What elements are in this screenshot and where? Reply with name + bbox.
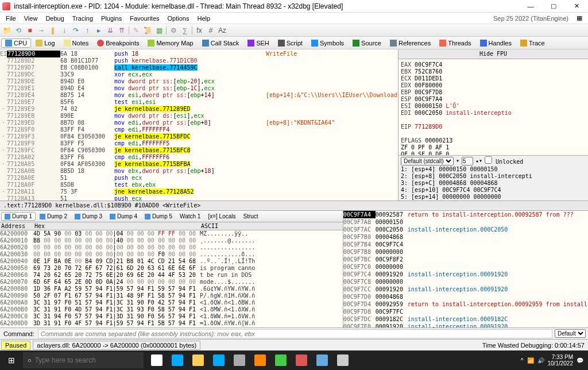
dump-tab-0[interactable]: Dump 1	[1, 212, 36, 221]
menu-help[interactable]: Help	[194, 14, 214, 23]
trace-into-icon[interactable]: ⇊	[106, 26, 115, 35]
stack-panel[interactable]: 00C9F7A400092587return to install-interc…	[343, 211, 588, 327]
tab-notes[interactable]: Notes	[60, 38, 93, 48]
taskbar-search[interactable]: ○	[23, 352, 144, 368]
main-toolbar: 📁⟲■→‖↓↷↑▸⇊⇈✎📜▦⚙∑fx#Az	[0, 24, 588, 37]
status-paused: Paused	[1, 341, 30, 350]
engine-date: Sep 25 2022 (TitanEngine)	[490, 14, 572, 23]
memory-icon[interactable]: ▦	[154, 26, 164, 35]
app-icon	[2, 2, 10, 10]
tab-references[interactable]: References	[386, 38, 435, 48]
task-view-icon[interactable]	[147, 350, 167, 370]
registers-panel[interactable]: Hide FPU EAX 00C9F7C4EBX 752C8760 ECX D0…	[399, 49, 588, 201]
tab-seh[interactable]: SEH	[243, 38, 273, 48]
menu-plugins[interactable]: Plugins	[98, 14, 125, 23]
script-icon[interactable]: 📜	[143, 26, 152, 35]
store-icon[interactable]	[209, 350, 229, 370]
firefox-icon[interactable]	[250, 350, 270, 370]
tab-script[interactable]: Script	[274, 38, 307, 48]
dump-tab-2[interactable]: Dump 3	[71, 212, 106, 221]
dump-panel[interactable]: Dump 1Dump 2Dump 3Dump 4Dump 5Watch 1[x=…	[0, 211, 343, 327]
tab-symbols[interactable]: Symbols	[307, 38, 348, 48]
taskbar-search-input[interactable]	[35, 356, 139, 364]
tab-breakpoints[interactable]: Breakpoints	[93, 38, 143, 48]
disassembly-panel[interactable]: EIP771289D0771289D2771289D7771289DC77128…	[0, 49, 399, 201]
start-button[interactable]: ⊞	[0, 350, 23, 370]
settings-icon[interactable]: ⚙	[169, 26, 178, 35]
menu-tracing[interactable]: Tracing	[69, 14, 96, 23]
pause-icon[interactable]: ‖	[48, 26, 57, 35]
maximize-button[interactable]: ▢	[544, 1, 563, 11]
dump-tab-3[interactable]: Dump 4	[106, 212, 141, 221]
status-bar: Paused aclayers.dll: 6A200000 -> 6A20000…	[0, 339, 588, 350]
step-over-icon[interactable]: ↷	[71, 26, 80, 35]
trace-over-icon[interactable]: ⇈	[117, 26, 126, 35]
edge-icon[interactable]	[168, 350, 187, 370]
tab-memory-map[interactable]: Memory Map	[144, 38, 197, 48]
menu-bar: FileViewDebugTracingPluginsFavouritesOpt…	[0, 13, 588, 24]
notes-icon[interactable]: ✎	[131, 26, 141, 35]
dump-tab-5[interactable]: Watch 1	[176, 212, 204, 221]
close-button[interactable]: ✕	[567, 1, 586, 11]
menu-view[interactable]: View	[21, 14, 41, 23]
step-out-icon[interactable]: ↑	[83, 26, 92, 35]
app2-icon[interactable]	[333, 350, 353, 370]
menu-debug[interactable]: Debug	[42, 14, 67, 23]
command-mode-select[interactable]: Default	[555, 329, 586, 338]
restart-icon[interactable]: ⟲	[14, 26, 23, 35]
minimize-button[interactable]: —	[521, 1, 540, 11]
help-icon[interactable]: ▦	[573, 14, 586, 22]
dump-tab-4[interactable]: Dump 5	[141, 212, 176, 221]
tray-network-icon[interactable]: 📶	[527, 357, 534, 364]
taskbar-clock[interactable]: 7:33 PM10/1/2022	[548, 354, 574, 367]
x32dbg-icon[interactable]	[292, 350, 311, 370]
tab-log[interactable]: Log	[32, 38, 59, 48]
argcount-input[interactable]	[462, 157, 473, 165]
command-input[interactable]	[38, 329, 552, 338]
section-info: .text:771289D0 kernelbase.dll:$10B9D0 #1…	[0, 201, 588, 211]
dump-col-ascii: ASCII	[200, 223, 219, 229]
search-icon: ○	[28, 357, 32, 364]
callconv-select[interactable]: Default (stdcall)	[401, 157, 454, 165]
unlocked-checkbox[interactable]: Unlocked	[485, 156, 523, 165]
open-folder-icon[interactable]: 📁	[2, 26, 11, 35]
az-icon[interactable]: Az	[218, 26, 227, 35]
tab-call-stack[interactable]: Call Stack	[198, 38, 243, 48]
fx-icon[interactable]: fx	[195, 26, 204, 35]
tab-threads[interactable]: Threads	[435, 38, 475, 48]
tray-chevron-icon[interactable]: ^	[521, 357, 524, 364]
menu-file[interactable]: File	[2, 14, 20, 23]
window-title: install-interception.exe - PID: 1204 - M…	[14, 2, 521, 10]
explorer-icon[interactable]	[188, 350, 208, 370]
stop-icon[interactable]: ■	[25, 26, 34, 35]
run-to-icon[interactable]: ▸	[94, 26, 103, 35]
hide-fpu-button[interactable]: Hide FPU	[399, 49, 588, 59]
view-tabs: CPULogNotesBreakpointsMemory MapCall Sta…	[0, 37, 588, 49]
command-bar: Command: Default	[0, 327, 588, 339]
dump-tab-6[interactable]: [x=] Locals	[204, 212, 239, 221]
menu-favourites[interactable]: Favourites	[126, 14, 163, 23]
tab-source[interactable]: Source	[349, 38, 385, 48]
tray-volume-icon[interactable]: 🔊	[537, 357, 544, 364]
tray-notifications-icon[interactable]: 💬	[577, 357, 583, 364]
run-arrow-icon[interactable]: →	[37, 26, 46, 35]
status-module: aclayers.dll: 6A200000 -> 6A200000 (0x00…	[33, 341, 200, 350]
tab-cpu[interactable]: CPU	[1, 38, 31, 48]
status-time-wasted: Time Wasted Debugging: 0:00:14:57	[479, 342, 588, 349]
settings-icon[interactable]	[230, 350, 249, 370]
chrome-icon[interactable]	[271, 350, 291, 370]
title-bar: install-interception.exe - PID: 1204 - M…	[0, 0, 588, 13]
windows-taskbar: ⊞ ○ ^ 📶 🔊 7:33 PM10/1/2022 💬	[0, 350, 588, 370]
dump-col-address: Address	[0, 223, 33, 229]
dump-tab-7[interactable]: Struct	[239, 212, 261, 221]
tab-trace[interactable]: Trace	[516, 38, 549, 48]
step-into-icon[interactable]: ↓	[60, 26, 69, 35]
calculator-icon[interactable]: ∑	[180, 26, 189, 35]
app1-icon[interactable]	[312, 350, 332, 370]
dump-tab-1[interactable]: Dump 2	[36, 212, 71, 221]
tab-handles[interactable]: Handles	[476, 38, 516, 48]
menu-options[interactable]: Options	[164, 14, 193, 23]
command-label: Command:	[0, 330, 38, 337]
dump-col-hex: Hex	[33, 223, 200, 229]
hash-icon[interactable]: #	[206, 26, 215, 35]
